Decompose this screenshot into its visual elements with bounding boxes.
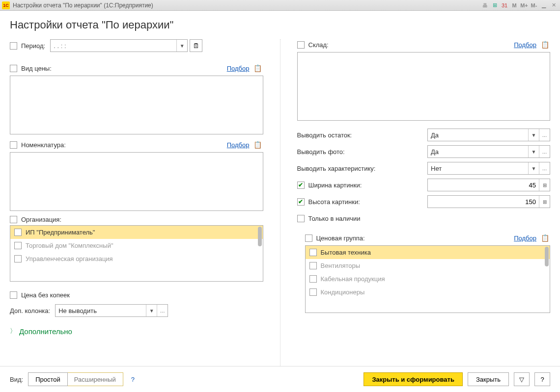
- app-logo-icon: 1C: [2, 1, 10, 9]
- close-button[interactable]: Закрыть: [468, 372, 509, 386]
- show-char-input[interactable]: Нет ▼ …: [427, 162, 550, 175]
- m-button[interactable]: M: [510, 1, 519, 9]
- page-title: Настройки отчета "По иерархии": [10, 19, 550, 31]
- paste-icon[interactable]: 📋: [252, 63, 263, 74]
- price-type-list[interactable]: [10, 76, 263, 134]
- extra-col-label: Доп. колонка:: [10, 307, 50, 314]
- dropdown-icon[interactable]: ▼: [528, 162, 539, 174]
- show-stock-input[interactable]: Да ▼ …: [427, 129, 550, 141]
- price-group-select-link[interactable]: Подбор: [514, 235, 536, 242]
- list-item[interactable]: Бытовая техника: [306, 246, 550, 259]
- img-height-input[interactable]: 150 ⊞: [427, 195, 550, 208]
- dropdown-icon[interactable]: ▼: [146, 305, 157, 316]
- view-label: Вид:: [10, 376, 23, 383]
- calendar-icon[interactable]: 31: [500, 1, 509, 9]
- price-type-select-link[interactable]: Подбор: [227, 65, 250, 72]
- close-and-form-button[interactable]: Закрыть и сформировать: [364, 372, 463, 386]
- calc-icon[interactable]: ⊞: [490, 1, 499, 9]
- ellipsis-icon[interactable]: …: [539, 146, 550, 157]
- dropdown-icon[interactable]: ▼: [528, 129, 539, 141]
- show-photo-input[interactable]: Да ▼ …: [427, 145, 550, 158]
- period-label: Период:: [21, 42, 45, 50]
- help-icon[interactable]: ?: [131, 376, 135, 383]
- no-kopeks-label: Цена без копеек: [21, 291, 70, 299]
- filter-settings-button[interactable]: ▽: [514, 372, 530, 386]
- nomenclature-select-link[interactable]: Подбор: [227, 141, 250, 149]
- img-height-check[interactable]: [297, 198, 305, 206]
- dropdown-icon[interactable]: ▼: [528, 146, 539, 157]
- chevron-right-icon: 〉: [10, 327, 16, 336]
- warehouse-list[interactable]: [297, 52, 551, 121]
- calendar-picker-icon[interactable]: 🗓: [190, 39, 202, 52]
- paste-icon[interactable]: 📋: [539, 233, 550, 243]
- org-list[interactable]: ИП "Предприниматель" Торговый дом "Компл…: [10, 225, 263, 282]
- paste-icon[interactable]: 📋: [252, 139, 263, 150]
- nomenclature-label: Номенклатура:: [21, 141, 66, 149]
- price-type-label: Вид цены:: [21, 65, 52, 72]
- warehouse-select-link[interactable]: Подбор: [514, 41, 536, 49]
- warehouse-check[interactable]: [297, 41, 305, 49]
- calculator-icon[interactable]: ⊞: [539, 196, 550, 208]
- img-height-label: Высота картинки:: [308, 198, 360, 206]
- img-width-check[interactable]: [297, 182, 305, 189]
- no-kopeks-check[interactable]: [10, 291, 17, 299]
- list-item[interactable]: Кондиционеры: [306, 286, 550, 299]
- price-group-list[interactable]: Бытовая техника Вентиляторы Кабельная пр…: [305, 245, 551, 313]
- dropdown-icon[interactable]: ▼: [176, 40, 187, 52]
- price-group-label: Ценовая группа:: [316, 235, 365, 242]
- ellipsis-icon[interactable]: …: [539, 129, 550, 141]
- ellipsis-icon[interactable]: …: [157, 305, 168, 316]
- calculator-icon[interactable]: ⊞: [539, 179, 550, 191]
- nomenclature-check[interactable]: [10, 141, 17, 149]
- titlebar: 1C Настройки отчета "По иерархии" (1С:Пр…: [0, 0, 560, 11]
- period-check[interactable]: [10, 42, 17, 50]
- price-type-check[interactable]: [10, 65, 17, 72]
- view-mode-switch: Простой Расширенный: [28, 372, 123, 386]
- only-stock-label: Только в наличии: [308, 215, 361, 222]
- period-input[interactable]: . . : : ▼: [50, 39, 188, 52]
- nomenclature-list[interactable]: [10, 152, 263, 211]
- paste-icon[interactable]: 📋: [539, 39, 550, 50]
- list-item[interactable]: Торговый дом "Комплексный": [10, 239, 263, 252]
- window-title: Настройки отчета "По иерархии" (1С:Предп…: [13, 2, 480, 9]
- img-width-input[interactable]: 45 ⊞: [427, 179, 550, 191]
- close-icon[interactable]: ✕: [549, 1, 558, 9]
- ellipsis-icon[interactable]: …: [539, 162, 550, 174]
- list-item[interactable]: Управленческая организация: [10, 252, 263, 265]
- view-simple-button[interactable]: Простой: [28, 372, 68, 386]
- m-plus-button[interactable]: M+: [520, 1, 529, 9]
- price-group-check[interactable]: [305, 235, 312, 242]
- scrollbar[interactable]: [545, 247, 549, 266]
- show-stock-label: Выводить остаток:: [297, 131, 352, 139]
- list-item[interactable]: ИП "Предприниматель": [10, 226, 263, 239]
- minimize-icon[interactable]: ▁: [539, 1, 548, 9]
- only-stock-check[interactable]: [297, 215, 305, 222]
- img-width-label: Ширина картинки:: [308, 182, 362, 189]
- show-photo-label: Выводить фото:: [297, 148, 345, 156]
- view-extended-button[interactable]: Расширенный: [67, 373, 123, 386]
- m-minus-button[interactable]: M-: [530, 1, 538, 9]
- list-item[interactable]: Вентиляторы: [306, 259, 550, 272]
- org-check[interactable]: [10, 216, 17, 223]
- extra-col-input[interactable]: Не выводить ▼ …: [55, 304, 168, 317]
- org-label: Организация:: [21, 216, 61, 223]
- help-button[interactable]: ?: [534, 372, 550, 386]
- scrollbar[interactable]: [258, 227, 262, 246]
- list-item[interactable]: Кабельная продукция: [306, 272, 550, 286]
- warehouse-label: Склад:: [308, 41, 329, 49]
- show-char-label: Выводить характеристику:: [297, 165, 376, 172]
- more-toggle[interactable]: 〉 Дополнительно: [10, 327, 263, 336]
- print-icon[interactable]: 🖶: [480, 1, 489, 9]
